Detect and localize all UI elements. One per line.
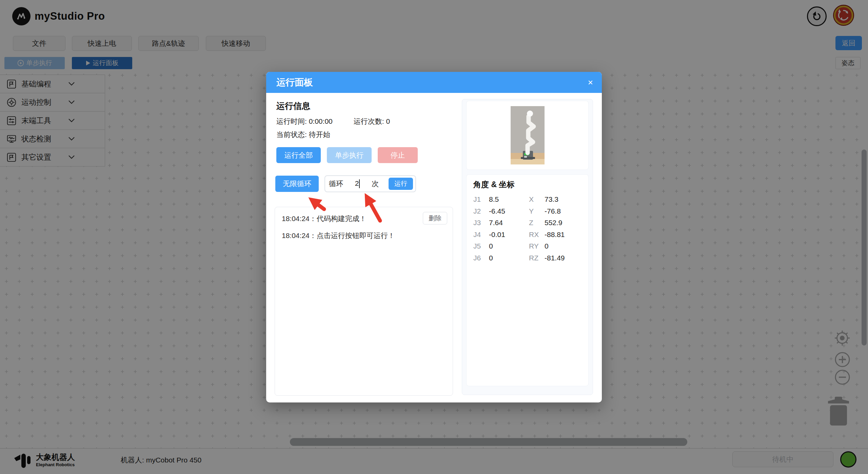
run-status-value: 当前状态: 待开始 [276, 130, 330, 139]
infinite-loop-button[interactable]: 无限循环 [275, 176, 319, 192]
angles-heading: 角度 & 坐标 [473, 179, 514, 190]
joint-label: J2 [473, 205, 489, 217]
coord-value: 73.3 [545, 194, 582, 205]
run-controls: 运行全部 单步执行 停止 [276, 147, 418, 163]
joint-value: -0.01 [489, 229, 529, 241]
text-caret [359, 179, 360, 188]
joint-value: 8.5 [489, 194, 529, 205]
joint-value: 7.64 [489, 217, 529, 229]
coord-value: 0 [545, 240, 582, 252]
angles-card: 角度 & 坐标 J18.5X73.3 J2-6.45Y-76.8 J37.64Z… [466, 174, 589, 386]
coord-value: -76.8 [545, 205, 582, 217]
coord-value: 552.9 [545, 217, 582, 229]
single-step-button[interactable]: 单步执行 [327, 147, 372, 163]
joint-label: J3 [473, 217, 489, 229]
coord-label: RZ [529, 252, 545, 264]
close-icon[interactable]: × [588, 78, 593, 87]
joint-value: 0 [489, 252, 529, 264]
loop-run-button[interactable]: 运行 [389, 178, 413, 190]
log-panel: 18:04:24：代码构建完成！ 18:04:24：点击运行按钮即可运行！ 删除 [275, 207, 453, 396]
dialog-title: 运行面板 [276, 76, 313, 88]
joint-label: J1 [473, 194, 489, 205]
joint-label: J6 [473, 252, 489, 264]
run-panel-dialog: 运行面板 × 运行信息 运行时间: 0:00:00 运行次数: 0 当前状态: … [266, 72, 602, 402]
stop-button[interactable]: 停止 [378, 147, 418, 163]
dialog-header[interactable]: 运行面板 × [266, 72, 602, 93]
loop-controls: 无限循环 循环 2 次 运行 [275, 175, 416, 192]
joint-coord-table: J18.5X73.3 J2-6.45Y-76.8 J37.64Z552.9 J4… [473, 194, 582, 264]
joint-label: J4 [473, 229, 489, 241]
coord-value: -81.49 [545, 252, 582, 264]
loop-unit-label: 次 [372, 179, 379, 189]
robot-image-card [466, 101, 589, 170]
delete-log-button[interactable]: 删除 [423, 212, 447, 224]
loop-label: 循环 [329, 179, 343, 189]
runtime-value: 运行时间: 0:00:00 [276, 117, 333, 126]
robot-state-panel: 角度 & 坐标 J18.5X73.3 J2-6.45Y-76.8 J37.64Z… [462, 99, 593, 395]
joint-label: J5 [473, 240, 489, 252]
joint-value: 0 [489, 240, 529, 252]
coord-value: -88.81 [545, 229, 582, 241]
run-all-button[interactable]: 运行全部 [276, 147, 321, 163]
robot-photo [511, 106, 545, 164]
log-entry: 18:04:24：点击运行按钮即可运行！ [282, 231, 395, 240]
run-count-value: 运行次数: 0 [354, 117, 390, 126]
coord-label: RX [529, 229, 545, 241]
coord-label: Y [529, 205, 545, 217]
app-window: myStudio Pro [0, 0, 868, 474]
loop-count-input[interactable]: 2 [343, 179, 372, 188]
coord-label: Z [529, 217, 545, 229]
loop-count-group: 循环 2 次 运行 [324, 175, 416, 192]
run-info-heading: 运行信息 [276, 100, 310, 112]
coord-label: RY [529, 240, 545, 252]
run-info-line1: 运行时间: 0:00:00 运行次数: 0 [276, 117, 390, 126]
log-entry: 18:04:24：代码构建完成！ [282, 214, 367, 223]
joint-value: -6.45 [489, 205, 529, 217]
coord-label: X [529, 194, 545, 205]
